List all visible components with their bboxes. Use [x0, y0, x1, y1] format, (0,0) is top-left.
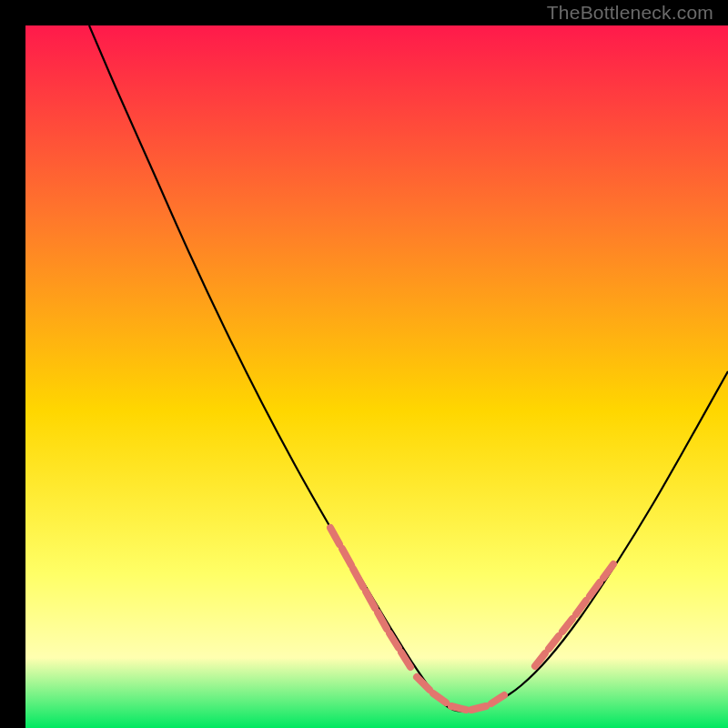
watermark-text: TheBottleneck.com: [547, 2, 713, 24]
bottleneck-chart: [25, 25, 728, 728]
plot-frame: [13, 13, 715, 715]
dash-segment: [471, 706, 486, 710]
gradient-background: [25, 25, 728, 728]
dash-segment: [451, 706, 466, 710]
